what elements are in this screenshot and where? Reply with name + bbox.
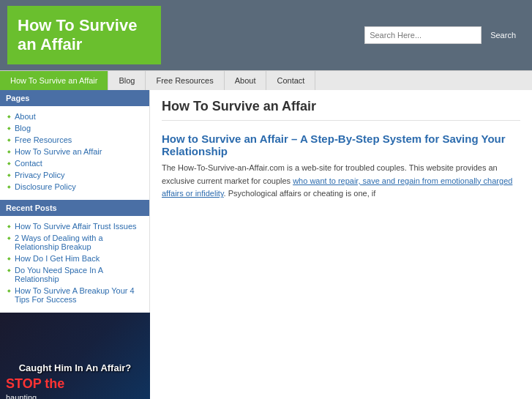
pages-links: AboutBlogFree ResourcesHow To Survive an… xyxy=(0,111,149,193)
ad-sub-text: haunting xyxy=(6,393,144,399)
sidebar-recent-link[interactable]: 2 Ways of Dealing with a Relationship Br… xyxy=(6,232,143,253)
logo-text: How To Survive an Affair xyxy=(18,16,151,55)
header: How To Survive an Affair Search xyxy=(0,0,532,70)
nav-item-about[interactable]: About xyxy=(225,71,267,90)
recent-section: Recent Posts How To Survive Affair Trust… xyxy=(0,200,149,305)
article-title: How to Survive an Affair – A Step-By-Ste… xyxy=(162,133,520,157)
sidebar-recent-link[interactable]: Do You Need Space In A Relationship xyxy=(6,264,143,285)
search-area: Search xyxy=(364,26,522,44)
page-title: How To Survive an Affair xyxy=(162,99,520,121)
main-content: How To Survive an Affair How to Survive … xyxy=(150,90,532,399)
ad-box[interactable]: Caught Him In An Affair? STOP the haunti… xyxy=(0,313,150,399)
nav-item-how-to-survive-an-affair[interactable]: How To Survive an Affair xyxy=(0,71,108,90)
logo: How To Survive an Affair xyxy=(7,6,161,64)
pages-title: Pages xyxy=(0,90,149,106)
nav-item-contact[interactable]: Contact xyxy=(266,71,315,90)
sidebar-recent-link[interactable]: How Do I Get Him Back xyxy=(6,253,143,264)
recent-links: How To Survive Affair Trust Issues2 Ways… xyxy=(0,220,149,305)
search-input[interactable] xyxy=(364,26,482,44)
search-button[interactable]: Search xyxy=(484,26,522,44)
sidebar-recent-link[interactable]: How To Survive Affair Trust Issues xyxy=(6,220,143,232)
sidebar-pages-link[interactable]: About xyxy=(6,111,143,122)
sidebar-pages-link[interactable]: Free Resources xyxy=(6,134,143,146)
ad-stop-text: STOP the xyxy=(6,376,144,392)
recent-title: Recent Posts xyxy=(0,200,149,216)
sidebar-pages-link[interactable]: Privacy Policy xyxy=(6,169,143,181)
nav-bar: How To Survive an AffairBlogFree Resourc… xyxy=(0,70,532,90)
sidebar-pages-link[interactable]: How To Survive an Affair xyxy=(6,146,143,157)
pages-section: Pages AboutBlogFree ResourcesHow To Surv… xyxy=(0,90,149,193)
article-body: The How-To-Survive-an-Affair.com is a we… xyxy=(162,162,520,201)
sidebar: Pages AboutBlogFree ResourcesHow To Surv… xyxy=(0,90,150,399)
sidebar-pages-link[interactable]: Contact xyxy=(6,157,143,169)
ad-top-text: Caught Him In An Affair? xyxy=(6,362,144,373)
sidebar-recent-link[interactable]: How To Survive A Breakup Your 4 Tips For… xyxy=(6,285,143,305)
article-link[interactable]: who want to repair, save and regain from… xyxy=(162,176,512,198)
content-area: Pages AboutBlogFree ResourcesHow To Surv… xyxy=(0,90,532,399)
nav-item-blog[interactable]: Blog xyxy=(108,71,146,90)
nav-item-free-resources[interactable]: Free Resources xyxy=(146,71,224,90)
sidebar-pages-link[interactable]: Blog xyxy=(6,122,143,134)
sidebar-pages-link[interactable]: Disclosure Policy xyxy=(6,181,143,193)
